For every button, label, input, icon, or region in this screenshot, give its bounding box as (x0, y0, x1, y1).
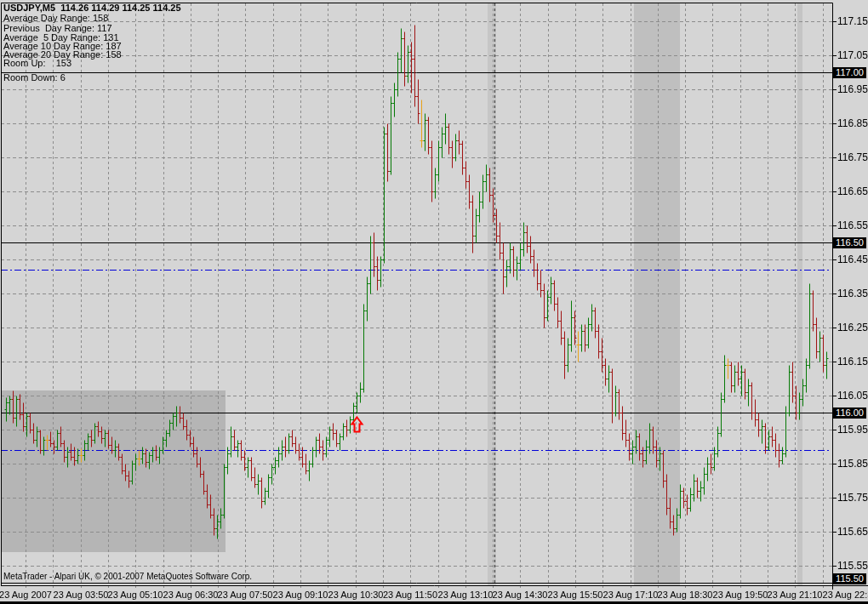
metatrader-chart-window: USDJPY,M5 114.26 114.29 114.25 114.25 Av… (0, 0, 868, 604)
price-chart-canvas[interactable] (0, 0, 868, 604)
